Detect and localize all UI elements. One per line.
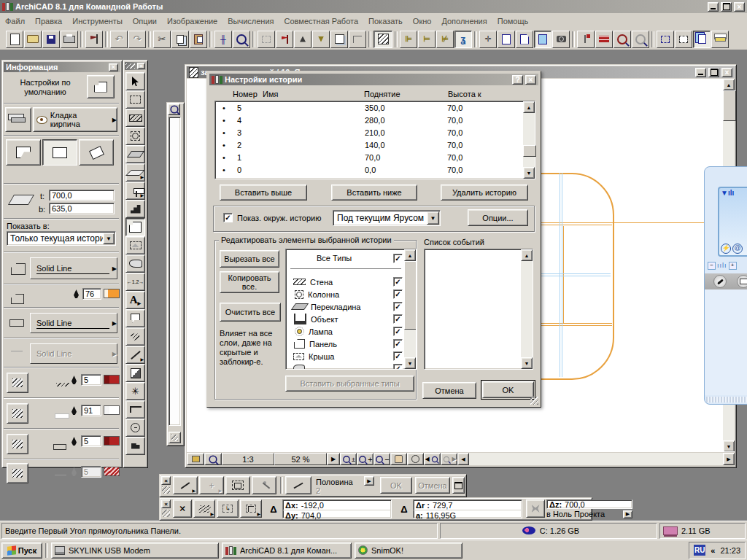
drawing-a-icon[interactable] <box>498 31 515 48</box>
coord-box-grip[interactable] <box>162 510 170 517</box>
doc-hscroll-track[interactable] <box>469 453 723 465</box>
info-palette-titlebar[interactable]: Информация × <box>4 62 120 72</box>
tool-slab-panel[interactable] <box>125 218 145 236</box>
photo-icon[interactable] <box>552 31 570 48</box>
ghost-story-checkbox[interactable]: ✓ <box>223 213 233 222</box>
combo-arrow-icon[interactable]: ▼ <box>427 211 439 225</box>
lamp-checkbox[interactable]: ✓ <box>393 327 403 336</box>
default-settings-button[interactable] <box>87 75 115 98</box>
doc-vscroll-thumb[interactable] <box>723 90 736 121</box>
pen-swatch-4[interactable] <box>104 467 120 476</box>
pen-color-swatch[interactable] <box>104 289 120 298</box>
pen-field-3[interactable]: 5 <box>81 435 101 447</box>
control-ok-button[interactable]: OK <box>380 477 412 494</box>
doc-scroll-left-icon[interactable]: ◀ <box>457 453 469 465</box>
toolbox-close-icon[interactable]: × <box>137 63 145 69</box>
undo-icon[interactable]: ↶ <box>110 31 128 48</box>
type-row-column[interactable]: Колонна✓ <box>287 288 403 300</box>
power-icon[interactable]: ⚡ <box>721 244 731 254</box>
menu-display[interactable]: Показать <box>363 15 408 28</box>
wall-ref-line-icon-1[interactable]: ⊫ <box>400 31 417 48</box>
paste-icon[interactable] <box>190 31 207 48</box>
story-row[interactable]: •3210,070,0 <box>217 128 522 141</box>
resize-grip[interactable] <box>530 397 538 405</box>
z-field[interactable]: Δz:700,0 <box>546 499 632 509</box>
dr-value[interactable]: 729,7 <box>433 501 453 510</box>
dialog-titlebar[interactable]: Настройки истории ? × <box>209 74 538 85</box>
pen-swatch-2[interactable] <box>104 405 120 415</box>
geometry-rectangle-button[interactable] <box>42 139 77 166</box>
dx-value[interactable]: -192,0 <box>301 501 324 510</box>
story-up-icon[interactable] <box>294 31 311 48</box>
stories-scrollbar[interactable]: ▲ ▼ <box>523 101 535 179</box>
origin-button[interactable]: ⨯ <box>173 499 192 518</box>
teamwork-icon[interactable] <box>85 31 103 48</box>
doc-minimize-button[interactable] <box>695 68 706 77</box>
volume-plus-icon[interactable]: + <box>729 262 737 270</box>
copy-all-button[interactable]: Копировать все. <box>220 271 279 293</box>
tool-stair[interactable] <box>125 200 145 218</box>
line-type-2-selector[interactable]: Solid Line▶ <box>30 313 117 333</box>
scale-indicator[interactable]: 1:3 <box>222 453 274 465</box>
tool-arrow[interactable] <box>125 72 145 90</box>
all-types-row[interactable]: Все Типы✓ <box>287 252 403 264</box>
tool-text[interactable]: A▶ <box>125 291 145 309</box>
events-list[interactable]: ▲ ▼ <box>424 249 533 370</box>
save-icon[interactable] <box>42 31 60 48</box>
clean-intersections-icon[interactable] <box>374 31 392 48</box>
start-button[interactable]: Пуск <box>1 542 42 559</box>
coord-box-close-icon[interactable]: × <box>161 499 171 508</box>
stories-scroll-thumb[interactable] <box>523 145 536 157</box>
tool-detail[interactable] <box>125 419 145 437</box>
doc-scroll-up-icon[interactable]: ▲ <box>723 79 735 90</box>
relative-construction-button[interactable]: ▶ <box>173 476 198 494</box>
menu-image[interactable]: Изображение <box>162 15 222 28</box>
show-in-combobox[interactable]: Только текущая история ▼ <box>7 231 116 246</box>
tool-camera[interactable] <box>125 437 145 455</box>
cut-all-button[interactable]: Вырезать все <box>220 250 279 268</box>
zoom-red-icon[interactable] <box>614 31 631 48</box>
mark-up-flag-icon[interactable] <box>276 31 293 48</box>
pen-number-field[interactable]: 76 <box>82 288 101 300</box>
type-row-object[interactable]: Объект✓ <box>287 313 403 325</box>
favorite-selector[interactable]: Кладка кирпича ▶ <box>33 107 117 132</box>
scroll-down-icon[interactable] <box>169 432 181 443</box>
tool-beam[interactable] <box>125 145 145 163</box>
bricks-icon[interactable] <box>595 31 613 48</box>
mesh-checkbox[interactable]: ✓ <box>393 364 403 370</box>
tool-door[interactable]: ▶ <box>125 163 145 182</box>
find-select-icon[interactable]: ╫ <box>214 31 232 48</box>
wall-checkbox[interactable]: ✓ <box>393 277 403 287</box>
geometry-polygon-button[interactable] <box>6 139 41 166</box>
doc-maximize-button[interactable] <box>708 68 719 77</box>
quickviews-icon[interactable] <box>187 453 204 465</box>
menu-window[interactable]: Окно <box>408 15 437 28</box>
apply-fill-pen-button-2[interactable] <box>7 403 28 424</box>
zoom-out-icon[interactable]: − <box>374 453 390 465</box>
events-scrollbar[interactable]: ▲ ▼ <box>521 249 533 369</box>
slab-checkbox[interactable]: ✓ <box>393 339 403 349</box>
drawing-c-icon[interactable] <box>534 31 551 48</box>
stories-scroll-down-icon[interactable]: ▼ <box>523 167 535 179</box>
layer-button[interactable] <box>5 107 31 132</box>
doc-scroll-right-icon[interactable]: ▶ <box>723 453 735 465</box>
menu-teamwork[interactable]: Совместная Работа <box>279 15 364 28</box>
zoom-percent-icon[interactable]: ± <box>340 453 357 465</box>
story-row[interactable]: •4280,070,0 <box>217 116 522 128</box>
column-checkbox[interactable]: ✓ <box>393 289 403 299</box>
copy-settings-icon[interactable] <box>693 31 711 48</box>
doc-close-button[interactable]: × <box>721 68 732 77</box>
type-row-beam[interactable]: Перекладина✓ <box>287 300 403 313</box>
cut-icon[interactable]: ✂ <box>153 31 171 48</box>
pen-swatch-1[interactable] <box>104 375 120 384</box>
corner-guide-icon[interactable] <box>349 31 366 48</box>
type-row-slab[interactable]: Панель✓ <box>287 338 403 350</box>
drawing-b-icon[interactable] <box>516 31 533 48</box>
menu-edit[interactable]: Правка <box>30 15 67 28</box>
relative-method-icon-button[interactable] <box>285 476 311 494</box>
type-row-partial[interactable]: ✓ <box>287 362 403 370</box>
call-button[interactable] <box>713 275 727 288</box>
apply-fill-pen-button-1[interactable] <box>7 373 28 393</box>
roof-checkbox[interactable]: ✓ <box>393 351 403 361</box>
pen-field-1[interactable]: 5 <box>81 374 101 386</box>
